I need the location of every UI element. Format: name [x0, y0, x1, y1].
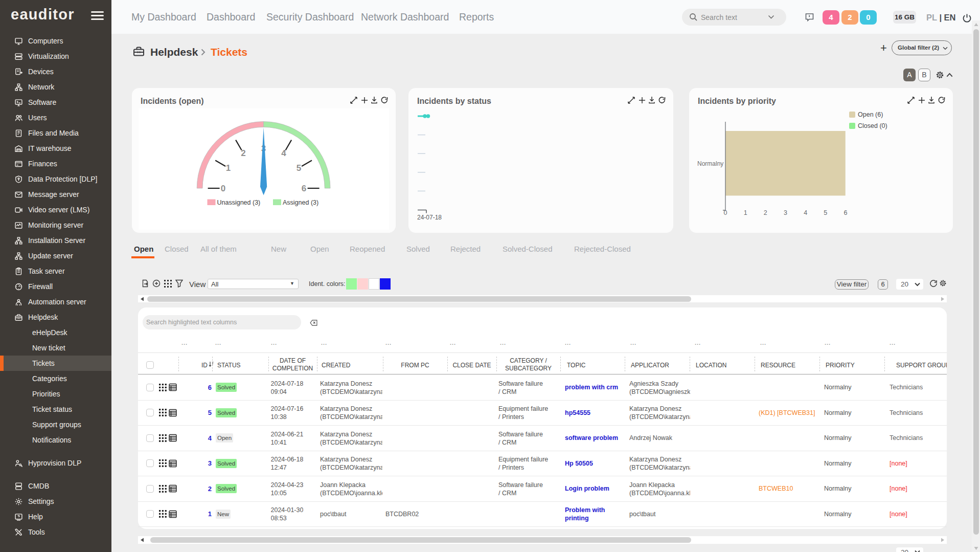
- svg-text:5: 5: [824, 209, 827, 216]
- svg-text:4: 4: [804, 209, 807, 216]
- svg-text:2: 2: [241, 148, 245, 158]
- svg-text:0: 0: [724, 209, 727, 216]
- svg-text:4: 4: [281, 148, 286, 158]
- svg-text:2: 2: [764, 209, 767, 216]
- svg-text:Assigned (3): Assigned (3): [283, 199, 318, 206]
- svg-text:Unassigned (3): Unassigned (3): [217, 199, 261, 206]
- svg-text:1: 1: [744, 209, 747, 216]
- svg-text:3: 3: [784, 209, 787, 216]
- svg-text:5: 5: [297, 163, 301, 173]
- svg-text:1: 1: [226, 163, 231, 173]
- svg-text:6: 6: [302, 184, 306, 193]
- svg-text:6: 6: [844, 209, 848, 216]
- svg-text:0: 0: [221, 184, 225, 193]
